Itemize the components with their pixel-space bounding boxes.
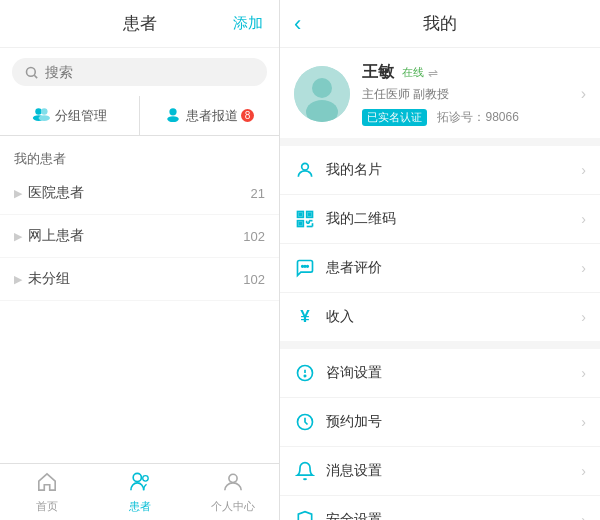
security-label: 安全设置 [326,511,382,520]
section-title: 我的患者 [0,144,279,172]
search-icon [24,65,39,80]
svg-point-29 [307,266,309,268]
menu-item-income[interactable]: ¥ 收入 › [280,293,600,341]
right-title: 我的 [423,12,457,35]
menu-item-message[interactable]: 消息设置 › [280,447,600,496]
consult-label: 咨询设置 [326,364,382,382]
income-label: 收入 [326,308,354,326]
svg-point-28 [304,266,306,268]
profile-titles: 主任医师 副教授 [362,86,581,103]
menu-item-evaluation[interactable]: 患者评价 › [280,244,600,293]
arrow-icon: › [581,365,586,381]
hospital-patients-count: 21 [251,186,265,201]
svg-point-3 [41,108,48,115]
appointment-label: 预约加号 [326,413,382,431]
home-icon [36,472,58,497]
evaluation-icon [294,257,316,279]
right-header: ‹ 我的 [280,0,600,48]
arrow-icon: › [581,512,586,520]
bottom-nav: 首页 患者 个人中心 [0,463,279,520]
svg-point-14 [302,163,309,170]
income-icon: ¥ [294,306,316,328]
profile-info: 王敏 在线 ⇌ 主任医师 副教授 已实名认证 拓诊号：98066 [362,62,581,126]
arrow-icon: › [581,162,586,178]
svg-point-8 [133,473,141,481]
online-patients-count: 102 [243,229,265,244]
expand-arrow-online: ▶ [14,230,22,243]
nav-patients-label: 患者 [129,499,151,514]
menu-item-business-card[interactable]: 我的名片 › [280,146,600,195]
verified-badge: 已实名认证 [362,109,427,126]
tab-bar: 分组管理 患者报道 8 [0,96,279,136]
qrcode-label: 我的二维码 [326,210,396,228]
left-panel: 患者 添加 分组管理 [0,0,280,520]
online-patients-label: 网上患者 [28,227,84,245]
profile-arrow-icon: › [581,85,586,103]
qrcode-icon [294,208,316,230]
ungrouped-patients-label: 未分组 [28,270,70,288]
left-header: 患者 添加 [0,0,279,48]
svg-point-12 [312,78,332,98]
referral-code: 拓诊号：98066 [437,110,518,124]
search-bar [12,58,267,86]
online-status: 在线 [402,65,424,80]
profile-name: 王敏 [362,62,394,83]
tab-group[interactable]: 分组管理 [0,96,140,135]
right-panel: ‹ 我的 王敏 在线 ⇌ 主任医师 副教授 已实名认证 [280,0,600,520]
menu-section-1: 我的名片 › [280,146,600,341]
svg-point-7 [167,116,179,122]
message-label: 消息设置 [326,462,382,480]
arrow-icon: › [581,463,586,479]
list-item[interactable]: ▶ 医院患者 21 [0,172,279,215]
expand-arrow-hospital: ▶ [14,187,22,200]
svg-point-0 [27,67,36,76]
tab-report[interactable]: 患者报道 8 [140,96,279,135]
nav-profile-label: 个人中心 [211,499,255,514]
expand-arrow-ungroup: ▶ [14,273,22,286]
tab-report-label: 患者报道 [186,107,238,125]
add-button[interactable]: 添加 [233,14,263,33]
arrow-icon: › [581,260,586,276]
evaluation-label: 患者评价 [326,259,382,277]
menu-section-2: 咨询设置 › 预约加号 › [280,349,600,520]
appointment-icon [294,411,316,433]
avatar [294,66,350,122]
arrow-icon: › [581,414,586,430]
svg-rect-20 [299,222,302,225]
report-badge: 8 [241,109,255,122]
message-icon [294,460,316,482]
tab-group-label: 分组管理 [55,107,107,125]
svg-rect-18 [299,213,302,216]
security-icon [294,509,316,520]
nav-profile[interactable]: 个人中心 [186,464,279,520]
nav-patients[interactable]: 患者 [93,464,186,520]
menu-item-consult[interactable]: 咨询设置 › [280,349,600,398]
svg-rect-19 [308,213,311,216]
patient-list: 我的患者 ▶ 医院患者 21 ▶ 网上患者 102 ▶ 未分组 102 [0,144,279,463]
svg-point-32 [304,375,305,376]
back-button[interactable]: ‹ [294,11,301,37]
list-item[interactable]: ▶ 网上患者 102 [0,215,279,258]
report-icon [165,106,181,125]
business-card-label: 我的名片 [326,161,382,179]
wifi-icon: ⇌ [428,66,438,80]
svg-point-5 [39,115,50,121]
nav-home[interactable]: 首页 [0,464,93,520]
ungrouped-patients-count: 102 [243,272,265,287]
profile-icon [222,472,244,497]
consult-icon [294,362,316,384]
menu-item-appointment[interactable]: 预约加号 › [280,398,600,447]
group-icon [32,107,50,124]
menu-item-qrcode[interactable]: 我的二维码 › [280,195,600,244]
svg-point-10 [228,474,236,482]
list-item[interactable]: ▶ 未分组 102 [0,258,279,301]
arrow-icon: › [581,211,586,227]
search-input[interactable] [45,64,255,80]
arrow-icon: › [581,309,586,325]
patients-icon [129,472,151,497]
left-title: 患者 [123,12,157,35]
menu-item-security[interactable]: 安全设置 › [280,496,600,520]
svg-point-27 [302,266,304,268]
svg-point-2 [35,108,42,115]
nav-home-label: 首页 [36,499,58,514]
